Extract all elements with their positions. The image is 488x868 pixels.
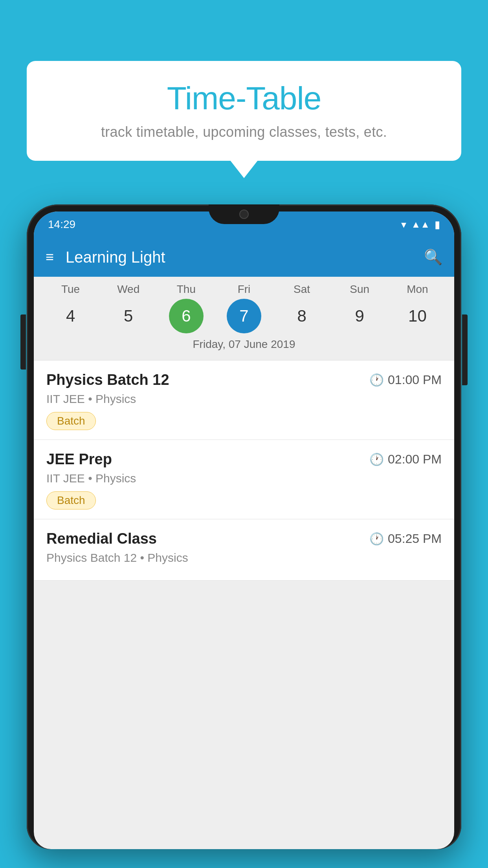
day-label-thu: Thu bbox=[169, 283, 204, 296]
schedule-item-2-title: JEE Prep bbox=[46, 451, 112, 468]
clock-icon-1: 🕐 bbox=[369, 373, 384, 387]
schedule-item-1-title: Physics Batch 12 bbox=[46, 371, 169, 388]
schedule-list: Physics Batch 12 🕐 01:00 PM IIT JEE • Ph… bbox=[34, 360, 454, 581]
schedule-item-2-time-text: 02:00 PM bbox=[388, 452, 442, 467]
wifi-icon: ▾ bbox=[401, 219, 406, 231]
phone-frame: 14:29 ▾ ▲▲ ▮ ≡ Learning Light 🔍 Tue Wed … bbox=[27, 204, 461, 868]
schedule-item-3-subtitle: Physics Batch 12 • Physics bbox=[46, 551, 442, 565]
schedule-item-1-header: Physics Batch 12 🕐 01:00 PM bbox=[46, 371, 442, 388]
status-icons: ▾ ▲▲ ▮ bbox=[401, 219, 440, 231]
selected-date-label: Friday, 07 June 2019 bbox=[34, 333, 454, 357]
phone-camera bbox=[239, 210, 249, 219]
phone-notch bbox=[209, 204, 279, 224]
day-label-sun: Sun bbox=[342, 283, 377, 296]
day-label-mon: Mon bbox=[400, 283, 435, 296]
schedule-item-1[interactable]: Physics Batch 12 🕐 01:00 PM IIT JEE • Ph… bbox=[34, 360, 454, 440]
speech-bubble-title: Time-Table bbox=[50, 80, 438, 117]
status-time: 14:29 bbox=[48, 218, 75, 231]
schedule-item-2-time: 🕐 02:00 PM bbox=[369, 452, 442, 467]
day-5[interactable]: 5 bbox=[111, 299, 146, 333]
hamburger-icon[interactable]: ≡ bbox=[46, 249, 54, 265]
schedule-item-3-time: 🕐 05:25 PM bbox=[369, 531, 442, 546]
signal-icon: ▲▲ bbox=[411, 219, 430, 230]
calendar-strip: Tue Wed Thu Fri Sat Sun Mon 4 5 6 7 8 9 … bbox=[34, 277, 454, 360]
schedule-item-3-time-text: 05:25 PM bbox=[388, 531, 442, 546]
day-numbers: 4 5 6 7 8 9 10 bbox=[34, 299, 454, 333]
day-10[interactable]: 10 bbox=[400, 299, 435, 333]
day-6-today[interactable]: 6 bbox=[169, 299, 204, 333]
day-label-wed: Wed bbox=[111, 283, 146, 296]
phone-screen: 14:29 ▾ ▲▲ ▮ ≡ Learning Light 🔍 Tue Wed … bbox=[34, 211, 454, 849]
day-labels: Tue Wed Thu Fri Sat Sun Mon bbox=[34, 283, 454, 296]
day-7-selected[interactable]: 7 bbox=[227, 299, 261, 333]
day-label-tue: Tue bbox=[53, 283, 88, 296]
day-label-sat: Sat bbox=[284, 283, 319, 296]
schedule-item-1-time: 🕐 01:00 PM bbox=[369, 373, 442, 387]
app-bar: ≡ Learning Light 🔍 bbox=[34, 237, 454, 277]
speech-bubble-subtitle: track timetable, upcoming classes, tests… bbox=[50, 124, 438, 140]
schedule-item-1-subtitle: IIT JEE • Physics bbox=[46, 392, 442, 406]
batch-badge-1: Batch bbox=[46, 412, 96, 430]
battery-icon: ▮ bbox=[435, 219, 440, 231]
schedule-item-3-title: Remedial Class bbox=[46, 530, 157, 547]
batch-badge-2: Batch bbox=[46, 491, 96, 509]
speech-bubble-container: Time-Table track timetable, upcoming cla… bbox=[27, 61, 461, 161]
clock-icon-2: 🕐 bbox=[369, 452, 384, 466]
schedule-item-3-header: Remedial Class 🕐 05:25 PM bbox=[46, 530, 442, 547]
schedule-item-2-subtitle: IIT JEE • Physics bbox=[46, 472, 442, 485]
clock-icon-3: 🕐 bbox=[369, 532, 384, 546]
schedule-item-1-time-text: 01:00 PM bbox=[388, 373, 442, 387]
app-title: Learning Light bbox=[66, 248, 424, 266]
schedule-item-3[interactable]: Remedial Class 🕐 05:25 PM Physics Batch … bbox=[34, 519, 454, 581]
search-icon[interactable]: 🔍 bbox=[424, 248, 442, 266]
day-8[interactable]: 8 bbox=[284, 299, 319, 333]
speech-bubble: Time-Table track timetable, upcoming cla… bbox=[27, 61, 461, 161]
day-4[interactable]: 4 bbox=[53, 299, 88, 333]
day-9[interactable]: 9 bbox=[342, 299, 377, 333]
schedule-item-2-header: JEE Prep 🕐 02:00 PM bbox=[46, 451, 442, 468]
phone-outer: 14:29 ▾ ▲▲ ▮ ≡ Learning Light 🔍 Tue Wed … bbox=[27, 204, 461, 849]
schedule-item-2[interactable]: JEE Prep 🕐 02:00 PM IIT JEE • Physics Ba… bbox=[34, 440, 454, 519]
day-label-fri: Fri bbox=[227, 283, 261, 296]
